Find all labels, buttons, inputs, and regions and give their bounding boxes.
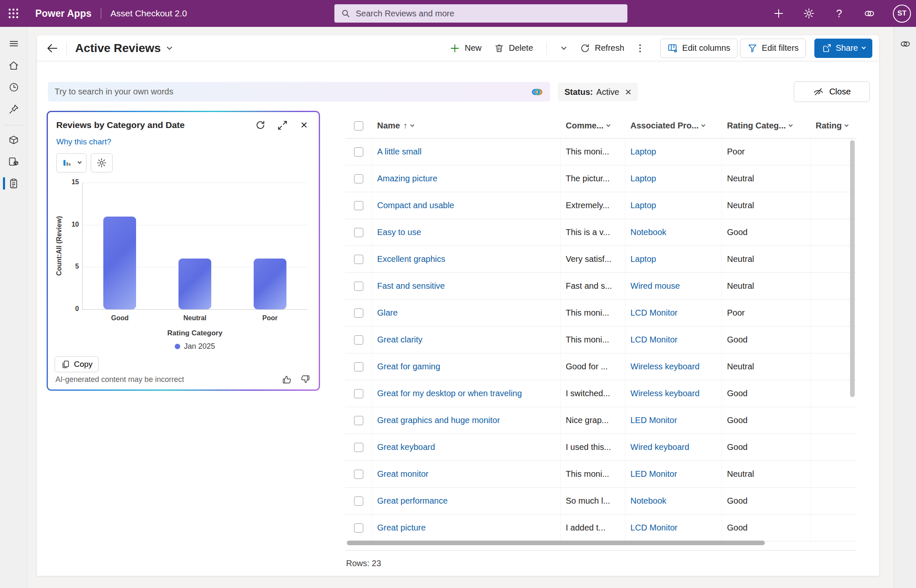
thumbs-up-icon[interactable] [281, 374, 293, 385]
bar-good[interactable] [103, 217, 136, 309]
refresh-button[interactable]: Refresh [575, 39, 629, 57]
review-name-link[interactable]: Easy to use [377, 227, 421, 237]
associated-product-link[interactable]: Wired mouse [630, 281, 680, 291]
table-row[interactable]: Easy to use This is a v... Notebook Good [345, 219, 857, 246]
copilot-icon[interactable] [863, 7, 876, 20]
associated-product-link[interactable]: Wireless keyboard [630, 389, 700, 398]
expand-chart-icon[interactable] [276, 119, 289, 131]
row-checkbox[interactable] [354, 147, 363, 157]
row-checkbox[interactable] [354, 282, 363, 291]
table-row[interactable]: Glare This moni... LCD Monitor Poor [345, 300, 857, 327]
regenerate-chart-icon[interactable] [254, 119, 267, 131]
review-name-link[interactable]: Fast and sensitive [377, 281, 445, 291]
review-name-link[interactable]: Great clarity [377, 335, 423, 345]
horizontal-scrollbar-thumb[interactable] [347, 541, 765, 545]
view-title[interactable]: Active Reviews [75, 42, 161, 55]
sidebar-item-pinned pinned-icon[interactable] [0, 99, 28, 119]
review-name-link[interactable]: Glare [377, 308, 398, 318]
table-row[interactable]: Great keyboard I used this... Wired keyb… [345, 434, 857, 461]
associated-product-link[interactable]: LCD Monitor [630, 523, 677, 533]
associated-product-link[interactable]: Wired keyboard [630, 442, 689, 452]
associated-product-link[interactable]: Laptop [630, 201, 656, 210]
review-name-link[interactable]: Great graphics and huge monitor [377, 416, 500, 425]
view-selector-chevron-icon[interactable] [167, 44, 172, 50]
add-icon[interactable] [772, 7, 785, 20]
sidebar-item-devices devices-icon[interactable] [0, 152, 28, 172]
edit-columns-button[interactable]: Edit columns [660, 39, 738, 58]
row-checkbox[interactable] [354, 335, 363, 345]
review-name-link[interactable]: Great for gaming [377, 362, 440, 371]
associated-product-link[interactable]: LED Monitor [630, 416, 677, 425]
review-name-link[interactable]: Great for my desktop or when traveling [377, 389, 522, 398]
review-name-link[interactable]: Compact and usable [377, 201, 454, 210]
chart-type-selector[interactable] [56, 153, 87, 172]
table-row[interactable]: Amazing picture The pictur... Laptop Neu… [345, 165, 857, 192]
user-avatar[interactable]: ST [893, 5, 911, 23]
row-checkbox[interactable] [354, 228, 363, 237]
environment-name[interactable]: Asset Checkout 2.0 [110, 8, 187, 18]
sidebar-item-recent recent-icon[interactable] [0, 77, 28, 97]
table-row[interactable]: Fast and sensitive Fast and s... Wired m… [345, 273, 857, 300]
associated-product-link[interactable]: Notebook [630, 227, 667, 237]
share-button[interactable]: Share [814, 39, 872, 58]
table-row[interactable]: Great for my desktop or when traveling I… [345, 380, 857, 407]
table-row[interactable]: Great performance So much l... Notebook … [345, 488, 857, 515]
horizontal-scrollbar-track[interactable] [345, 539, 857, 546]
review-name-link[interactable]: A little small [377, 147, 422, 157]
table-row[interactable]: Great clarity This moni... LCD Monitor G… [345, 327, 857, 353]
sidebar-item-menu menu-icon[interactable] [0, 34, 28, 54]
settings-gear-icon[interactable] [802, 7, 816, 20]
table-row[interactable]: Great for gaming Good for ... Wireless k… [345, 353, 857, 380]
review-name-link[interactable]: Great monitor [377, 469, 428, 479]
close-chart-pane-button[interactable]: Close [794, 81, 870, 102]
table-row[interactable]: Great picture I added t... LCD Monitor G… [345, 515, 857, 541]
row-checkbox[interactable] [354, 201, 363, 210]
more-commands-icon[interactable] [632, 40, 648, 57]
copilot-rail-icon[interactable] [898, 37, 912, 50]
column-header-rating[interactable]: Rating [811, 121, 857, 131]
row-checkbox[interactable] [354, 174, 363, 183]
sidebar-item-reviews clipboard-icon[interactable] [0, 173, 28, 193]
associated-product-link[interactable]: LED Monitor [630, 469, 677, 479]
ai-search-input[interactable]: Try to search in your own words [48, 82, 550, 102]
row-checkbox[interactable] [354, 389, 363, 398]
delete-button[interactable]: Delete [489, 39, 538, 57]
help-icon[interactable]: ? [832, 7, 846, 20]
thumbs-down-icon[interactable] [299, 374, 311, 385]
row-checkbox[interactable] [354, 523, 363, 533]
associated-product-link[interactable]: Wireless keyboard [630, 362, 700, 371]
row-checkbox[interactable] [354, 416, 363, 425]
associated-product-link[interactable]: LCD Monitor [630, 308, 677, 318]
chart-settings-button[interactable] [91, 153, 113, 172]
table-row[interactable]: Great graphics and huge monitor Nice gra… [345, 407, 857, 434]
delete-overflow-chevron-icon[interactable] [555, 40, 572, 57]
row-checkbox[interactable] [354, 443, 363, 452]
associated-product-link[interactable]: Laptop [630, 147, 656, 157]
row-checkbox[interactable] [354, 255, 363, 264]
table-row[interactable]: A little small This moni... Laptop Poor [345, 139, 857, 165]
column-header-category[interactable]: Rating Categ... [722, 121, 811, 131]
edit-filters-button[interactable]: Edit filters [740, 39, 806, 58]
app-brand[interactable]: Power Apps [35, 8, 92, 19]
review-name-link[interactable]: Amazing picture [377, 174, 437, 183]
bar-poor[interactable] [254, 259, 286, 309]
why-this-chart-link[interactable]: Why this chart? [56, 137, 111, 146]
copy-chart-button[interactable]: Copy [55, 356, 99, 372]
remove-filter-icon[interactable]: × [625, 86, 631, 97]
table-row[interactable]: Excellent graphics Very satisf... Laptop… [345, 246, 857, 273]
column-header-comment[interactable]: Comme... [561, 121, 625, 131]
review-name-link[interactable]: Great performance [377, 496, 448, 506]
associated-product-link[interactable]: Laptop [630, 254, 656, 264]
row-checkbox[interactable] [354, 362, 363, 371]
back-button[interactable] [44, 40, 60, 57]
row-checkbox[interactable] [354, 308, 363, 318]
sidebar-item-packages box-icon[interactable] [0, 130, 28, 150]
bar-neutral[interactable] [178, 259, 211, 309]
associated-product-link[interactable]: Notebook [630, 496, 667, 506]
row-checkbox[interactable] [354, 470, 363, 479]
global-search-input[interactable]: Search Reviews and more [334, 4, 627, 23]
sidebar-item-home home-icon[interactable] [0, 55, 28, 76]
review-name-link[interactable]: Great picture [377, 523, 426, 533]
column-header-product[interactable]: Associated Pro... [625, 121, 722, 131]
app-launcher-waffle-icon[interactable] [0, 0, 27, 27]
